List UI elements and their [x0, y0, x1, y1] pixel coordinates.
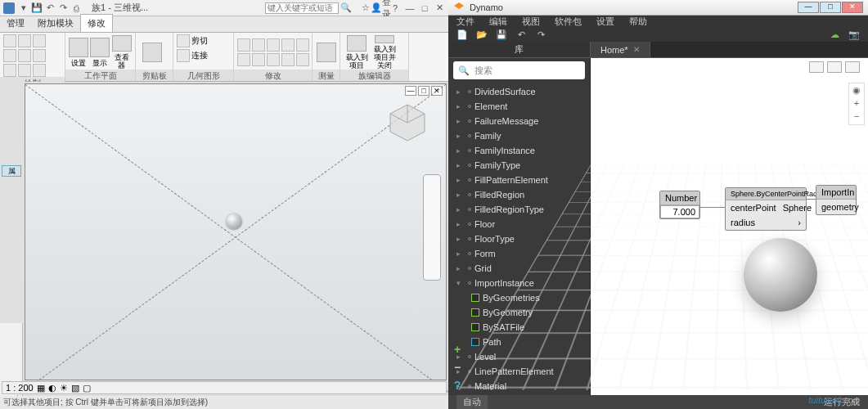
menu-settings[interactable]: 设置 [596, 16, 614, 28]
expand-icon[interactable]: ▸ [456, 88, 465, 96]
split-icon[interactable] [252, 53, 265, 66]
add-icon[interactable]: + [452, 343, 463, 354]
circle-icon[interactable] [33, 34, 46, 47]
zoom-reset-icon[interactable]: ◉ [851, 85, 862, 97]
tab-modify[interactable]: 修改 [80, 14, 113, 32]
expand-icon[interactable]: ▸ [456, 220, 465, 228]
window-close-button[interactable]: ✕ [842, 2, 863, 13]
set-plane-button[interactable]: 设置 [69, 35, 88, 70]
new-file-icon[interactable]: 📄 [456, 29, 468, 41]
expand-icon[interactable]: ▸ [456, 264, 465, 272]
view-max-icon[interactable]: □ [418, 86, 430, 96]
undo-icon[interactable]: ↶ [44, 2, 56, 14]
tab-library[interactable]: 库 [448, 42, 591, 57]
node-sphere[interactable]: Sphere.ByCenterPointRadius centerPointSp… [725, 187, 807, 231]
tree-item-element[interactable]: ▸Element [448, 99, 590, 114]
redo-icon[interactable]: ↷ [535, 29, 546, 41]
detail-level-icon[interactable]: ▦ [37, 383, 45, 393]
tree-item-family[interactable]: ▸Family [448, 128, 590, 143]
canvas-nav-icon[interactable] [845, 61, 860, 73]
tab-addins[interactable]: 附加模块 [31, 15, 80, 32]
properties-palette-tab[interactable]: 属 [2, 165, 21, 177]
node-import[interactable]: ImportIn geometry [816, 185, 857, 215]
join-icon[interactable] [177, 49, 190, 62]
canvas-nav-icon[interactable] [827, 61, 842, 73]
window-maximize-button[interactable]: □ [820, 2, 841, 13]
align-icon[interactable] [237, 53, 250, 66]
save-file-icon[interactable]: 💾 [496, 29, 507, 41]
tree-item-dividedsurface[interactable]: ▸DividedSurface [448, 84, 590, 99]
spline-icon[interactable] [33, 49, 46, 62]
view-cube[interactable] [385, 101, 430, 145]
pin-icon[interactable] [296, 53, 309, 66]
menu-view[interactable]: 视图 [522, 16, 540, 28]
measure-button[interactable] [316, 35, 336, 70]
expand-icon[interactable]: ▸ [456, 235, 465, 243]
login-button[interactable]: 👤登录 [375, 2, 386, 14]
expand-icon[interactable]: ▸ [456, 249, 465, 258]
dynamo-canvas[interactable]: ◉ + − Number 7.000 Sphere.ByCenterPointR… [591, 58, 868, 395]
3d-viewport[interactable]: —□✕ [25, 83, 447, 380]
undo-icon[interactable]: ↶ [515, 29, 527, 41]
tree-item-fillpatternelement[interactable]: ▸FillPatternElement [448, 173, 590, 187]
menu-file[interactable]: 文件 [456, 16, 474, 28]
navigation-bar[interactable] [423, 174, 441, 281]
close-icon[interactable]: ✕ [434, 2, 445, 14]
expand-icon[interactable]: ▸ [456, 176, 465, 184]
number-value[interactable]: 7.000 [660, 205, 699, 218]
menu-help[interactable]: 帮助 [629, 16, 647, 28]
zoom-in-icon[interactable]: + [851, 98, 862, 110]
library-search[interactable]: 🔍 搜索 [453, 61, 585, 79]
expand-icon[interactable]: ▸ [456, 146, 465, 155]
ellipse-icon[interactable] [3, 64, 16, 77]
expand-icon[interactable]: ▸ [456, 117, 465, 125]
expand-icon[interactable]: ▸ [456, 132, 465, 140]
expand-icon[interactable]: ▸ [456, 191, 465, 199]
rotate-icon[interactable] [267, 38, 280, 52]
open-file-icon[interactable]: 📂 [476, 29, 488, 41]
redo-icon[interactable]: ↷ [57, 2, 69, 14]
minimize-icon[interactable]: — [404, 2, 416, 14]
zoom-out-icon[interactable]: − [851, 111, 862, 123]
expand-icon[interactable]: ▸ [456, 205, 465, 213]
array-icon[interactable] [267, 53, 280, 66]
expand-icon[interactable]: ▾ [456, 279, 465, 287]
menu-edit[interactable]: 编辑 [489, 16, 507, 28]
paste-button[interactable] [139, 35, 165, 70]
help-icon[interactable]: ? [389, 2, 401, 14]
poly-icon[interactable] [18, 49, 31, 62]
rect-icon[interactable] [3, 49, 16, 62]
visual-style-icon[interactable]: ◐ [48, 383, 56, 393]
offset-icon[interactable] [296, 38, 309, 52]
load-into-project-button[interactable]: 载入到 项目 [344, 35, 370, 70]
show-plane-button[interactable]: 显示 [90, 35, 110, 70]
trim-icon[interactable] [33, 64, 46, 77]
tab-home[interactable]: Home*✕ [591, 42, 650, 57]
copy-icon[interactable] [252, 38, 265, 52]
view-close-icon[interactable]: ✕ [431, 86, 443, 96]
minus-icon[interactable]: − [452, 361, 463, 372]
arc-icon[interactable] [18, 34, 31, 47]
export-image-icon[interactable]: ☁ [829, 29, 840, 41]
load-into-project-close-button[interactable]: 载入到 项目并关闭 [371, 35, 398, 70]
line-icon[interactable] [3, 34, 16, 47]
view-min-icon[interactable]: — [405, 86, 416, 96]
viewer-button[interactable]: 查看器 [112, 35, 132, 70]
save-icon[interactable]: 💾 [31, 2, 43, 14]
scale-icon[interactable] [281, 53, 295, 66]
expand-icon[interactable]: ▸ [456, 102, 465, 110]
cut-icon[interactable] [177, 34, 190, 47]
crop-icon[interactable]: ▢ [83, 383, 91, 393]
print-icon[interactable]: ⎙ [70, 2, 82, 14]
expand-icon[interactable]: ▸ [456, 161, 465, 169]
sun-path-icon[interactable]: ☀ [60, 383, 68, 393]
window-minimize-button[interactable]: — [798, 2, 819, 13]
shadows-icon[interactable]: ▧ [71, 383, 79, 393]
snapshot-icon[interactable]: 📷 [848, 29, 860, 41]
menu-packages[interactable]: 软件包 [555, 16, 582, 28]
open-icon[interactable]: ▾ [18, 2, 29, 14]
maximize-icon[interactable]: □ [419, 2, 430, 14]
tree-item-familyinstance[interactable]: ▸FamilyInstance [448, 143, 590, 158]
canvas-nav-icon[interactable] [809, 61, 824, 73]
pick-icon[interactable] [18, 64, 31, 77]
